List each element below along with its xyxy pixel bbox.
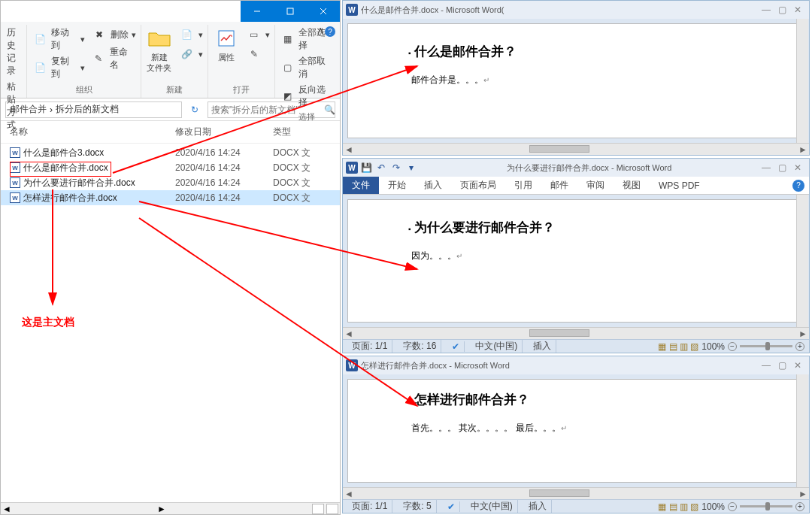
ribbon-collapse-icon[interactable]: ᐱ <box>317 26 323 37</box>
view-buttons[interactable]: ▦ ▤ ▥ ▧ <box>658 341 698 352</box>
new-item-button[interactable]: 📄▾ <box>179 26 203 43</box>
status-page[interactable]: 页面: 1/1 <box>347 500 392 513</box>
maximize-button[interactable] <box>274 1 307 22</box>
close-button[interactable]: ✕ <box>794 162 801 173</box>
invert-selection-button[interactable]: ◩反向选择 <box>280 83 334 109</box>
tab-insert[interactable]: 插入 <box>415 177 451 194</box>
open-button[interactable]: ▭▾ <box>246 26 270 43</box>
view-details-button[interactable] <box>312 504 324 514</box>
table-row[interactable]: W怎样进行邮件合并.docx 2020/4/16 14:24 DOCX 文 <box>1 190 340 205</box>
zoom-in-button[interactable]: + <box>795 502 804 511</box>
group-label-organize: 组织 <box>76 82 92 98</box>
tab-home[interactable]: 开始 <box>379 177 415 194</box>
word2-title: 为什么要进行邮件合并.docx - Microsoft Word <box>420 162 759 174</box>
easy-access-button[interactable]: 🔗▾ <box>179 46 203 62</box>
select-none-button[interactable]: ▢全部取消 <box>280 55 334 80</box>
tab-view[interactable]: 视图 <box>614 177 650 194</box>
status-proofing-icon[interactable]: ✔ <box>443 501 460 512</box>
zoom-out-button[interactable]: − <box>728 342 737 351</box>
minimize-button[interactable]: — <box>762 162 771 173</box>
select-all-icon: ▦ <box>280 31 295 47</box>
save-button[interactable]: 💾 <box>361 162 371 173</box>
word-logo-icon: W <box>346 359 358 371</box>
maximize-button[interactable]: ▢ <box>778 360 786 371</box>
paste-mode-button[interactable]: 粘贴方式 <box>7 80 22 132</box>
tab-review[interactable]: 审阅 <box>577 177 614 194</box>
col-name[interactable]: 名称 <box>10 126 175 138</box>
status-language[interactable]: 中文(中国) <box>466 500 518 513</box>
qat-more-icon[interactable]: ▾ <box>406 162 417 173</box>
close-button[interactable]: ✕ <box>794 5 801 15</box>
status-mode[interactable]: 插入 <box>529 340 556 353</box>
zoom-level[interactable]: 100% <box>701 501 725 512</box>
new-folder-button[interactable]: 新建 文件夹 <box>146 26 173 74</box>
tab-file[interactable]: 文件 <box>343 177 379 194</box>
word-window-2: W 💾 ↶ ↷ ▾ 为什么要进行邮件合并.docx - Microsoft Wo… <box>342 158 810 353</box>
undo-button[interactable]: ↶ <box>376 162 386 173</box>
help-icon[interactable]: ? <box>792 180 804 192</box>
group-label-new: 新建 <box>166 82 183 98</box>
status-words[interactable]: 字数: 5 <box>398 500 436 513</box>
view-buttons[interactable]: ▦ ▤ ▥ ▧ <box>658 501 698 512</box>
tab-mailings[interactable]: 邮件 <box>541 177 577 194</box>
status-page[interactable]: 页面: 1/1 <box>347 340 392 353</box>
refresh-button[interactable]: ↻ <box>186 101 203 118</box>
table-row[interactable]: W什么是邮件合3.docx 2020/4/16 14:24 DOCX 文 <box>1 145 340 160</box>
status-words[interactable]: 字数: 16 <box>398 340 441 353</box>
explorer-ribbon: ᐱ ? 历史记录 粘贴方式 📄移动到▾ 📄复制到▾ ✖删除▾ ✎重命名 组织 <box>1 22 340 98</box>
maximize-button[interactable]: ▢ <box>778 162 786 173</box>
move-to-button[interactable]: 📄移动到▾ <box>32 26 84 52</box>
word1-title: 什么是邮件合并.docx - Microsoft Word( <box>361 5 759 16</box>
word2-document[interactable]: 为什么要进行邮件合并？ 因为。。。↵ <box>347 199 804 323</box>
col-type[interactable]: 类型 <box>273 126 331 138</box>
delete-button[interactable]: ✖删除▾ <box>91 26 136 43</box>
breadcrumb-seg[interactable]: 拆分后的新文档 <box>56 103 119 116</box>
minimize-button[interactable]: — <box>762 5 771 15</box>
history-button[interactable]: 历史记录 <box>7 26 22 77</box>
edit-icon: ✎ <box>246 46 262 62</box>
word1-document[interactable]: 什么是邮件合并？ 邮件合并是。。。↵ <box>347 23 804 138</box>
hscrollbar[interactable]: ◄► <box>343 327 809 339</box>
zoom-in-button[interactable]: + <box>795 342 804 351</box>
zoom-slider[interactable] <box>740 505 792 507</box>
vscrollbar[interactable] <box>796 374 808 487</box>
doc-body: 首先。。。 其次。。。。 最后。。。 <box>411 423 561 433</box>
hscrollbar[interactable]: ◄► <box>343 143 809 155</box>
tab-wps-pdf[interactable]: WPS PDF <box>650 177 709 194</box>
tab-layout[interactable]: 页面布局 <box>451 177 505 194</box>
scroll-left-icon[interactable]: ◄ <box>2 504 11 514</box>
maximize-button[interactable]: ▢ <box>778 5 786 15</box>
redo-button[interactable]: ↷ <box>391 162 401 173</box>
status-mode[interactable]: 插入 <box>524 500 552 513</box>
zoom-out-button[interactable]: − <box>728 502 737 511</box>
status-language[interactable]: 中文(中国) <box>471 340 523 353</box>
hscrollbar[interactable]: ◄► <box>343 487 809 499</box>
minimize-button[interactable]: — <box>762 360 771 371</box>
properties-button[interactable]: 属性 <box>213 26 240 62</box>
zoom-level[interactable]: 100% <box>701 341 725 352</box>
table-row[interactable]: W什么是邮件合并.docx 2020/4/16 14:24 DOCX 文 <box>1 160 340 175</box>
table-row[interactable]: W为什么要进行邮件合并.docx 2020/4/16 14:24 DOCX 文 <box>1 175 340 190</box>
close-button[interactable]: ✕ <box>794 360 801 371</box>
scroll-right-icon[interactable]: ► <box>157 504 166 514</box>
link-icon: 🔗 <box>179 46 195 62</box>
vscrollbar[interactable] <box>796 195 808 327</box>
doc-body: 邮件合并是。。。 <box>411 74 483 85</box>
close-button[interactable] <box>307 1 340 22</box>
vscrollbar[interactable] <box>796 19 808 143</box>
doc-heading: 怎样进行邮件合并？ <box>408 391 744 408</box>
tab-references[interactable]: 引用 <box>505 177 541 194</box>
new-item-icon: 📄 <box>179 26 195 43</box>
view-icons-button[interactable] <box>326 504 338 514</box>
word3-document[interactable]: 怎样进行邮件合并？ 首先。。。 其次。。。。 最后。。。↵ <box>347 379 804 483</box>
col-date[interactable]: 修改日期 <box>175 126 273 138</box>
breadcrumb-path[interactable]: 邮件合并› 拆分后的新文档 <box>5 101 182 118</box>
rename-button[interactable]: ✎重命名 <box>91 46 136 71</box>
status-proofing-icon[interactable]: ✔ <box>447 341 465 352</box>
minimize-button[interactable] <box>241 1 274 22</box>
copy-to-button[interactable]: 📄复制到▾ <box>32 55 84 80</box>
help-icon[interactable]: ? <box>325 26 335 37</box>
edit-button[interactable]: ✎ <box>246 46 270 62</box>
zoom-slider[interactable] <box>740 345 792 347</box>
svg-rect-1 <box>287 8 293 14</box>
